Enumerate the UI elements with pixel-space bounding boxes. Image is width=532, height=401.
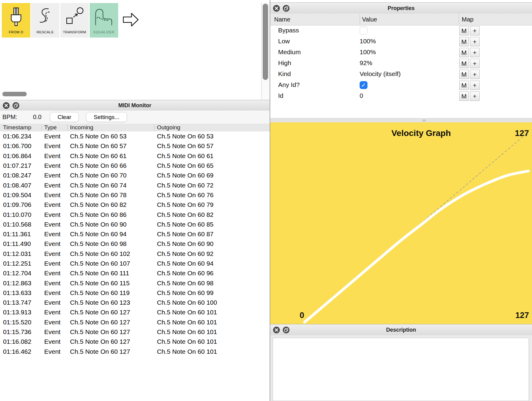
- table-row[interactable]: 01:09.706EventCh.5 Note On 60 82Ch.5 Not…: [0, 200, 270, 210]
- description-content[interactable]: [273, 338, 529, 401]
- table-cell: Ch.5 Note On 60 107: [67, 260, 154, 267]
- pipeline-node-rescale[interactable]: RESCALE: [31, 3, 59, 38]
- table-cell: Ch.5 Note On 60 100: [154, 299, 270, 306]
- table-row[interactable]: 01:10.568EventCh.5 Note On 60 90Ch.5 Not…: [0, 220, 270, 229]
- column-header-outgoing[interactable]: Outgoing: [154, 124, 270, 131]
- table-row[interactable]: 01:16.462EventCh.5 Note On 60 127Ch.5 No…: [0, 347, 270, 356]
- table-cell: 01:06.234: [0, 133, 42, 140]
- pipeline-horizontal-scrollbar-thumb[interactable]: [2, 92, 27, 96]
- table-cell: Ch.5 Note On 60 115: [67, 280, 154, 287]
- property-value[interactable]: 92%: [360, 59, 372, 67]
- table-cell: Event: [42, 289, 67, 297]
- table-row[interactable]: 01:12.863EventCh.5 Note On 60 115Ch.5 No…: [0, 278, 270, 288]
- table-row[interactable]: 01:13.913EventCh.5 Note On 60 127Ch.5 No…: [0, 307, 270, 317]
- table-row[interactable]: 01:07.217EventCh.5 Note On 60 66Ch.5 Not…: [0, 161, 270, 171]
- table-cell: Ch.5 Note On 60 94: [154, 260, 270, 267]
- pipeline-node-equalizer[interactable]: EQUALIZER: [90, 3, 118, 38]
- table-cell: 01:12.704: [0, 270, 42, 277]
- table-row[interactable]: 01:12.031EventCh.5 Note On 60 102Ch.5 No…: [0, 249, 270, 259]
- table-cell: Ch.5 Note On 60 57: [154, 142, 270, 150]
- midi-learn-button[interactable]: M: [459, 81, 469, 90]
- midi-learn-button[interactable]: M: [459, 91, 469, 101]
- add-mapping-button[interactable]: +: [470, 91, 480, 101]
- midi-learn-button[interactable]: M: [459, 37, 469, 46]
- column-header-type[interactable]: Type: [42, 124, 67, 131]
- splitter-handle-dot[interactable]: [422, 119, 426, 122]
- table-row[interactable]: 01:12.251EventCh.5 Note On 60 107Ch.5 No…: [0, 259, 270, 268]
- table-cell: Ch.5 Note On 60 82: [154, 211, 270, 218]
- right-arrow-icon[interactable]: [122, 12, 139, 28]
- add-mapping-button[interactable]: +: [470, 59, 480, 68]
- table-cell: Ch.5 Note On 60 101: [154, 319, 270, 326]
- table-row[interactable]: 01:06.700EventCh.5 Note On 60 57Ch.5 Not…: [0, 141, 270, 151]
- pipeline-node-label: RESCALE: [37, 30, 54, 34]
- add-mapping-button[interactable]: +: [470, 48, 480, 57]
- detach-window-icon[interactable]: [283, 5, 290, 12]
- close-icon[interactable]: [3, 102, 10, 109]
- pipeline-vertical-scrollbar-thumb[interactable]: [263, 4, 268, 80]
- table-row[interactable]: 01:11.490EventCh.5 Note On 60 98Ch.5 Not…: [0, 239, 270, 249]
- property-value[interactable]: Velocity (itself): [360, 70, 401, 78]
- property-value[interactable]: 100%: [360, 48, 376, 56]
- properties-table-header[interactable]: Name Value Map: [270, 14, 532, 25]
- column-separator: [67, 124, 68, 131]
- table-cell: 01:15.520: [0, 319, 42, 326]
- add-mapping-button[interactable]: +: [470, 70, 480, 79]
- detach-window-icon[interactable]: [283, 326, 290, 333]
- table-row[interactable]: 01:08.247EventCh.5 Note On 60 70Ch.5 Not…: [0, 171, 270, 180]
- property-value[interactable]: 100%: [360, 38, 376, 45]
- property-row: Any Id?✓M+: [270, 80, 532, 91]
- table-row[interactable]: 01:12.704EventCh.5 Note On 60 111Ch.5 No…: [0, 268, 270, 278]
- table-cell: Ch.5 Note On 60 101: [154, 309, 270, 316]
- pipeline-node-label: FROM D: [9, 30, 23, 34]
- midi-learn-button[interactable]: M: [459, 70, 469, 79]
- table-cell: Ch.5 Note On 60 87: [154, 230, 270, 238]
- column-header-name[interactable]: Name: [270, 14, 360, 25]
- column-header-timestamp[interactable]: Timestamp: [0, 124, 42, 131]
- close-icon[interactable]: [273, 326, 280, 333]
- table-row[interactable]: 01:16.082EventCh.5 Note On 60 127Ch.5 No…: [0, 337, 270, 346]
- table-row[interactable]: 01:06.864EventCh.5 Note On 60 61Ch.5 Not…: [0, 151, 270, 161]
- pipeline-node-transform[interactable]: TRANSFORM: [60, 3, 89, 38]
- midi-learn-button[interactable]: M: [459, 26, 469, 35]
- table-row[interactable]: 01:11.361EventCh.5 Note On 60 94Ch.5 Not…: [0, 229, 270, 239]
- midi-monitor-table-header[interactable]: Timestamp Type Incoming Outgoing: [0, 124, 270, 132]
- midi-learn-button[interactable]: M: [459, 48, 469, 57]
- table-cell: Ch.5 Note On 60 85: [154, 221, 270, 228]
- table-cell: 01:08.247: [0, 172, 42, 179]
- table-row[interactable]: 01:13.633EventCh.5 Note On 60 119Ch.5 No…: [0, 288, 270, 298]
- table-row[interactable]: 01:09.504EventCh.5 Note On 60 78Ch.5 Not…: [0, 190, 270, 200]
- table-row[interactable]: 01:15.736EventCh.5 Note On 60 127Ch.5 No…: [0, 327, 270, 337]
- column-header-value[interactable]: Value: [360, 14, 459, 25]
- add-mapping-button[interactable]: +: [470, 81, 480, 90]
- table-row[interactable]: 01:06.234EventCh.5 Note On 60 53Ch.5 Not…: [0, 131, 270, 141]
- table-cell: Event: [42, 152, 67, 160]
- graph-max-input-label: 127: [497, 311, 529, 320]
- table-cell: Event: [42, 348, 67, 355]
- velocity-graph-panel[interactable]: [270, 122, 532, 324]
- detach-window-icon[interactable]: [12, 102, 19, 109]
- clear-button[interactable]: Clear: [50, 112, 79, 122]
- column-header-incoming[interactable]: Incoming: [67, 124, 154, 131]
- property-row: High92%M+: [270, 58, 532, 69]
- checked-checkbox[interactable]: ✓: [360, 81, 367, 89]
- table-row[interactable]: 01:15.520EventCh.5 Note On 60 127Ch.5 No…: [0, 317, 270, 327]
- settings-button[interactable]: Settings...: [86, 112, 127, 122]
- table-row[interactable]: 01:10.070EventCh.5 Note On 60 86Ch.5 Not…: [0, 210, 270, 219]
- property-value[interactable]: 0: [360, 92, 363, 99]
- table-cell: 01:16.462: [0, 348, 42, 355]
- table-cell: 01:09.504: [0, 191, 42, 199]
- table-row[interactable]: 01:13.747EventCh.5 Note On 60 123Ch.5 No…: [0, 298, 270, 307]
- midi-learn-button[interactable]: M: [459, 59, 469, 68]
- close-icon[interactable]: [273, 5, 280, 12]
- column-header-map[interactable]: Map: [459, 14, 532, 25]
- unchecked-checkbox[interactable]: [360, 27, 367, 35]
- table-row[interactable]: 01:08.407EventCh.5 Note On 60 74Ch.5 Not…: [0, 180, 270, 190]
- pipeline-canvas[interactable]: FROM D RESCALE: [0, 2, 261, 100]
- property-name: Low: [278, 38, 290, 45]
- table-cell: 01:07.217: [0, 162, 42, 169]
- pipeline-node-from-d[interactable]: FROM D: [2, 3, 30, 38]
- add-mapping-button[interactable]: +: [470, 37, 480, 46]
- transform-icon: [60, 5, 89, 30]
- add-mapping-button[interactable]: +: [470, 26, 480, 35]
